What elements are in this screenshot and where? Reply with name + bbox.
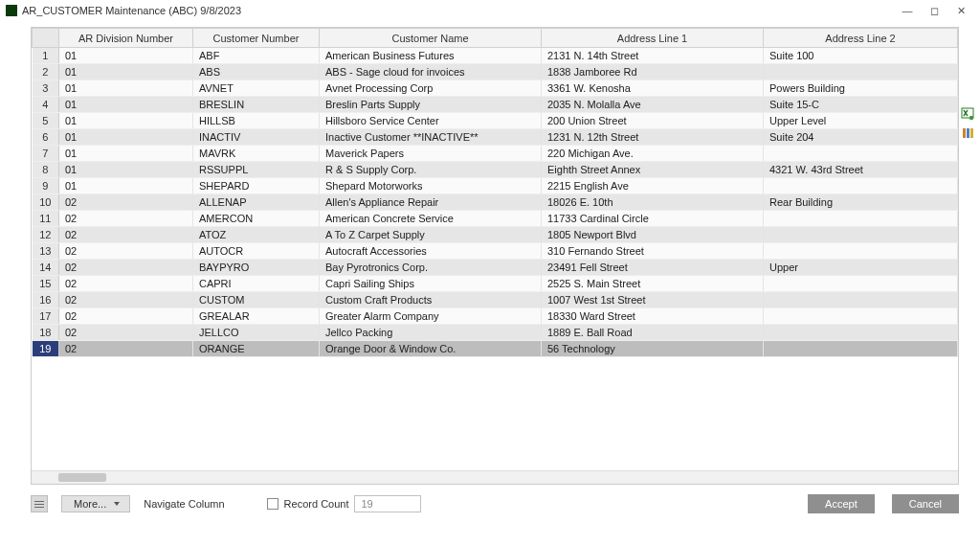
minimize-button[interactable]: — (894, 5, 921, 16)
table-row[interactable]: 1902ORANGEOrange Door & Window Co.56 Tec… (33, 341, 958, 357)
row-number-cell[interactable]: 2 (33, 64, 59, 80)
cell-customer-name[interactable]: Custom Craft Products (320, 292, 542, 308)
cell-address1[interactable]: 2525 S. Main Street (542, 276, 764, 292)
row-number-cell[interactable]: 19 (33, 341, 59, 357)
cell-address1[interactable]: 1231 N. 12th Street (542, 129, 764, 146)
cell-address2[interactable]: Suite 15-C (764, 97, 958, 113)
cancel-button[interactable]: Cancel (892, 494, 959, 513)
cell-address1[interactable]: 220 Michigan Ave. (542, 146, 764, 162)
cell-customer-name[interactable]: American Business Futures (320, 48, 542, 64)
row-number-cell[interactable]: 10 (33, 194, 59, 211)
table-row[interactable]: 301AVNETAvnet Processing Corp3361 W. Ken… (33, 80, 958, 97)
cell-customer-number[interactable]: JELLCO (193, 325, 320, 341)
cell-address2[interactable] (764, 292, 958, 308)
cell-customer-name[interactable]: Allen's Appliance Repair (320, 194, 542, 211)
table-row[interactable]: 401BRESLINBreslin Parts Supply2035 N. Mo… (33, 97, 958, 113)
row-number-cell[interactable]: 17 (33, 308, 59, 325)
cell-customer-number[interactable]: AUTOCR (193, 243, 320, 260)
cell-address1[interactable]: 1007 West 1st Street (542, 292, 764, 308)
cell-address1[interactable]: 2215 English Ave (542, 178, 764, 194)
column-settings-icon[interactable] (961, 126, 974, 140)
cell-customer-number[interactable]: ALLENAP (193, 194, 320, 211)
cell-customer-number[interactable]: BRESLIN (193, 97, 320, 113)
cell-address2[interactable]: Rear Building (764, 194, 958, 211)
cell-customer-number[interactable]: RSSUPPL (193, 162, 320, 178)
table-row[interactable]: 1602CUSTOMCustom Craft Products1007 West… (33, 292, 958, 308)
cell-customer-number[interactable]: CAPRI (193, 276, 320, 292)
row-number-cell[interactable]: 3 (33, 80, 59, 97)
record-count-checkbox[interactable] (267, 498, 278, 510)
cell-customer-name[interactable]: R & S Supply Corp. (320, 162, 542, 178)
row-number-cell[interactable]: 12 (33, 227, 59, 243)
row-number-cell[interactable]: 5 (33, 113, 59, 129)
cell-division[interactable]: 02 (59, 292, 193, 308)
cell-address2[interactable]: Upper (764, 260, 958, 276)
cell-customer-name[interactable]: Inactive Customer **INACTIVE** (320, 129, 542, 146)
table-row[interactable]: 1802JELLCOJellco Packing1889 E. Ball Roa… (33, 325, 958, 341)
cell-address1[interactable]: 23491 Fell Street (542, 260, 764, 276)
accept-button[interactable]: Accept (808, 494, 875, 513)
table-row[interactable]: 1202ATOZA To Z Carpet Supply1805 Newport… (33, 227, 958, 243)
cell-address1[interactable]: 56 Technology (542, 341, 764, 357)
row-number-cell[interactable]: 14 (33, 260, 59, 276)
cell-customer-name[interactable]: American Concrete Service (320, 211, 542, 227)
cell-address2[interactable] (764, 341, 958, 357)
cell-customer-name[interactable]: Avnet Processing Corp (320, 80, 542, 97)
cell-address2[interactable]: 4321 W. 43rd Street (764, 162, 958, 178)
record-count-input[interactable] (354, 495, 421, 512)
cell-address1[interactable]: 310 Fernando Street (542, 243, 764, 260)
cell-division[interactable]: 01 (59, 64, 193, 80)
cell-division[interactable]: 02 (59, 194, 193, 211)
cell-address2[interactable] (764, 211, 958, 227)
cell-customer-number[interactable]: GREALAR (193, 308, 320, 325)
cell-address1[interactable]: 1889 E. Ball Road (542, 325, 764, 341)
cell-division[interactable]: 02 (59, 243, 193, 260)
table-row[interactable]: 701MAVRKMaverick Papers220 Michigan Ave. (33, 146, 958, 162)
cell-division[interactable]: 01 (59, 80, 193, 97)
cell-address1[interactable]: 3361 W. Kenosha (542, 80, 764, 97)
column-header-address1[interactable]: Address Line 1 (542, 29, 764, 48)
cell-customer-number[interactable]: HILLSB (193, 113, 320, 129)
cell-customer-number[interactable]: AVNET (193, 80, 320, 97)
column-header-address2[interactable]: Address Line 2 (764, 29, 958, 48)
cell-customer-number[interactable]: ABS (193, 64, 320, 80)
scrollbar-thumb[interactable] (58, 473, 106, 482)
cell-address2[interactable] (764, 276, 958, 292)
row-number-cell[interactable]: 16 (33, 292, 59, 308)
cell-customer-name[interactable]: Jellco Packing (320, 325, 542, 341)
cell-customer-number[interactable]: ORANGE (193, 341, 320, 357)
cell-customer-number[interactable]: SHEPARD (193, 178, 320, 194)
row-number-cell[interactable]: 9 (33, 178, 59, 194)
cell-customer-number[interactable]: ATOZ (193, 227, 320, 243)
more-button[interactable]: More... (61, 495, 130, 512)
cell-customer-number[interactable]: ABF (193, 48, 320, 64)
cell-customer-name[interactable]: Bay Pyrotronics Corp. (320, 260, 542, 276)
row-number-cell[interactable]: 15 (33, 276, 59, 292)
cell-division[interactable]: 01 (59, 97, 193, 113)
maximize-button[interactable]: ◻ (921, 5, 947, 17)
cell-division[interactable]: 01 (59, 178, 193, 194)
cell-customer-number[interactable]: CUSTOM (193, 292, 320, 308)
cell-division[interactable]: 01 (59, 113, 193, 129)
cell-address1[interactable]: 2131 N. 14th Street (542, 48, 764, 64)
cell-division[interactable]: 01 (59, 129, 193, 146)
cell-customer-number[interactable]: AMERCON (193, 211, 320, 227)
row-number-cell[interactable]: 11 (33, 211, 59, 227)
table-row[interactable]: 201ABSABS - Sage cloud for invoices1838 … (33, 64, 958, 80)
cell-address1[interactable]: 18330 Ward Street (542, 308, 764, 325)
cell-address1[interactable]: Eighth Street Annex (542, 162, 764, 178)
cell-customer-name[interactable]: A To Z Carpet Supply (320, 227, 542, 243)
table-row[interactable]: 901SHEPARDShepard Motorworks2215 English… (33, 178, 958, 194)
cell-division[interactable]: 02 (59, 308, 193, 325)
cell-address2[interactable] (764, 64, 958, 80)
cell-customer-name[interactable]: Greater Alarm Company (320, 308, 542, 325)
cell-customer-name[interactable]: ABS - Sage cloud for invoices (320, 64, 542, 80)
table-row[interactable]: 601INACTIVInactive Customer **INACTIVE**… (33, 129, 958, 146)
cell-division[interactable]: 02 (59, 227, 193, 243)
row-number-cell[interactable]: 7 (33, 146, 59, 162)
cell-customer-number[interactable]: BAYPYRO (193, 260, 320, 276)
cell-address2[interactable] (764, 178, 958, 194)
cell-address1[interactable]: 1805 Newport Blvd (542, 227, 764, 243)
table-row[interactable]: 1102AMERCONAmerican Concrete Service1173… (33, 211, 958, 227)
column-header-customer-number[interactable]: Customer Number (193, 29, 320, 48)
